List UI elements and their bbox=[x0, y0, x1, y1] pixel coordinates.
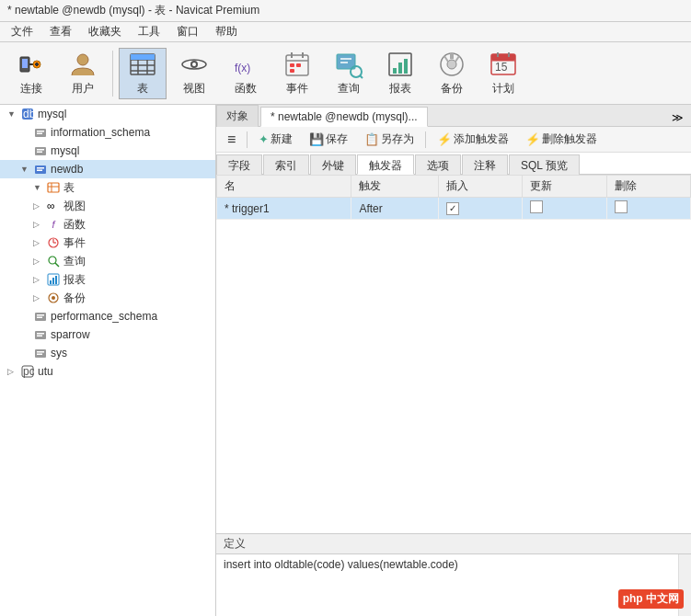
label-mysql-db: mysql bbox=[51, 144, 79, 157]
svg-rect-33 bbox=[393, 68, 397, 74]
db-icon-utu: pc bbox=[20, 364, 35, 379]
tree-item-table-group[interactable]: ▼ 表 bbox=[0, 178, 215, 197]
tree-item-report-group[interactable]: ▷ 报表 bbox=[0, 270, 215, 289]
svg-rect-5 bbox=[35, 63, 39, 65]
watermark: php 中文网 bbox=[618, 589, 684, 609]
table-icon bbox=[128, 50, 157, 79]
label-utu: utu bbox=[38, 365, 53, 378]
schema-icon-info bbox=[33, 125, 48, 140]
arrow-func: ▷ bbox=[33, 220, 46, 229]
svg-text:f(x): f(x) bbox=[235, 62, 250, 74]
tab-newtable[interactable]: * newtable @newdb (mysql)... bbox=[260, 107, 428, 127]
menu-favorites[interactable]: 收藏夹 bbox=[81, 22, 129, 41]
menu-file[interactable]: 文件 bbox=[4, 22, 40, 41]
col-update: 更新 bbox=[523, 176, 606, 198]
view-group-icon: ∞ bbox=[46, 199, 61, 213]
svg-rect-40 bbox=[491, 54, 515, 61]
tree-item-sys[interactable]: sys bbox=[0, 344, 215, 362]
tree-item-info-schema[interactable]: information_schema bbox=[0, 123, 215, 142]
title-bar: * newtable @newdb (mysql) - 表 - Navicat … bbox=[0, 0, 691, 22]
cell-insert: ✓ bbox=[438, 198, 522, 220]
toolbar-user[interactable]: 用户 bbox=[59, 48, 107, 99]
view-icon bbox=[179, 50, 209, 79]
func-icon: f(x) bbox=[231, 50, 260, 79]
sub-tab-fields[interactable]: 字段 bbox=[216, 154, 262, 175]
svg-rect-51 bbox=[37, 149, 44, 151]
report-icon bbox=[386, 50, 415, 79]
svg-rect-78 bbox=[37, 351, 44, 353]
watermark-text: php 中文网 bbox=[623, 592, 679, 605]
checkbox-update[interactable] bbox=[530, 200, 543, 213]
svg-text:db: db bbox=[23, 108, 34, 120]
sub-tab-sql-preview[interactable]: SQL 预览 bbox=[509, 154, 580, 175]
menu-btn[interactable]: ≡ bbox=[222, 130, 241, 150]
toolbar-connect[interactable]: 连接 bbox=[7, 48, 55, 99]
toolbar-func[interactable]: f(x) 函数 bbox=[222, 48, 270, 99]
backup-group-icon bbox=[46, 291, 61, 305]
toolbar-schedule[interactable]: 15 计划 bbox=[479, 48, 527, 99]
toolbar: 连接 用户 表 bbox=[0, 42, 691, 105]
tree-item-func-group[interactable]: ▷ f 函数 bbox=[0, 215, 215, 234]
del-trigger-icon: ⚡ bbox=[525, 132, 540, 146]
menu-help[interactable]: 帮助 bbox=[208, 22, 245, 41]
checkbox-delete[interactable] bbox=[615, 200, 628, 213]
func-group-icon: f bbox=[46, 217, 61, 232]
schema-icon-sys bbox=[33, 346, 48, 360]
label-newdb: newdb bbox=[51, 163, 83, 176]
toolbar-backup[interactable]: 备份 bbox=[428, 48, 476, 99]
saveas-btn[interactable]: 📋 另存为 bbox=[359, 130, 420, 149]
menu-window[interactable]: 窗口 bbox=[169, 22, 206, 41]
tree-item-sparrow[interactable]: sparrow bbox=[0, 325, 215, 344]
del-trigger-btn[interactable]: ⚡ 删除触发器 bbox=[520, 130, 603, 149]
panel-extra-btn[interactable]: ≫ bbox=[668, 109, 687, 126]
tree-item-event-group[interactable]: ▷ 事件 bbox=[0, 234, 215, 252]
toolbar-view[interactable]: 视图 bbox=[170, 48, 218, 99]
tree-item-mysql-db[interactable]: mysql bbox=[0, 142, 215, 160]
menu-bar: 文件 查看 收藏夹 工具 窗口 帮助 bbox=[0, 22, 691, 42]
saveas-label: 另存为 bbox=[381, 131, 414, 147]
menu-icon: ≡ bbox=[227, 131, 236, 148]
tree-item-backup-group[interactable]: ▷ 备份 bbox=[0, 289, 215, 307]
arrow-mysql-root: ▼ bbox=[7, 109, 20, 119]
new-btn[interactable]: ✦ 新建 bbox=[253, 130, 298, 149]
sub-tab-fields-label: 字段 bbox=[228, 159, 250, 172]
sub-tab-options[interactable]: 选项 bbox=[415, 154, 461, 175]
query-icon bbox=[334, 50, 363, 79]
svg-rect-14 bbox=[138, 54, 147, 60]
col-name: 名 bbox=[217, 176, 351, 198]
sub-tab-index[interactable]: 索引 bbox=[263, 154, 309, 175]
label-report: 报表 bbox=[63, 272, 86, 288]
tree-item-perf-schema[interactable]: performance_schema bbox=[0, 307, 215, 325]
arrow-backup: ▷ bbox=[33, 293, 46, 302]
sub-tab-comment[interactable]: 注释 bbox=[462, 154, 508, 175]
query-group-icon bbox=[46, 254, 61, 268]
save-btn[interactable]: 💾 保存 bbox=[304, 130, 353, 149]
menu-view[interactable]: 查看 bbox=[42, 22, 79, 41]
label-sys: sys bbox=[51, 347, 67, 359]
toolbar-table[interactable]: 表 bbox=[119, 48, 167, 99]
sub-tab-sql-label: SQL 预览 bbox=[521, 159, 568, 172]
tree-item-utu[interactable]: ▷ pc utu bbox=[0, 362, 215, 381]
table-group-icon bbox=[46, 180, 61, 195]
svg-rect-79 bbox=[37, 354, 42, 356]
menu-tools[interactable]: 工具 bbox=[131, 22, 167, 41]
tree-item-mysql-root[interactable]: ▼ db mysql bbox=[0, 105, 215, 123]
tab-object[interactable]: 对象 bbox=[216, 105, 259, 127]
add-trigger-btn[interactable]: ⚡ 添加触发器 bbox=[432, 130, 514, 149]
table-row[interactable]: * trigger1 After ✓ bbox=[217, 198, 691, 220]
toolbar-event[interactable]: 事件 bbox=[273, 48, 321, 99]
sub-tab-index-label: 索引 bbox=[275, 159, 297, 172]
checkbox-insert[interactable]: ✓ bbox=[446, 202, 459, 215]
tree-item-newdb[interactable]: ▼ newdb bbox=[0, 160, 215, 178]
sub-tab-foreign[interactable]: 外键 bbox=[310, 154, 356, 175]
tree-item-view-group[interactable]: ▷ ∞ 视图 bbox=[0, 197, 215, 215]
toolbar-query[interactable]: 查询 bbox=[325, 48, 373, 99]
backup-icon bbox=[437, 50, 466, 79]
svg-text:∞: ∞ bbox=[47, 200, 55, 212]
label-info-schema: information_schema bbox=[51, 126, 150, 139]
arrow-utu: ▷ bbox=[7, 367, 20, 376]
view-label: 视图 bbox=[183, 81, 205, 97]
tree-item-query-group[interactable]: ▷ 查询 bbox=[0, 252, 215, 270]
sub-tab-triggers[interactable]: 触发器 bbox=[357, 154, 414, 175]
toolbar-report[interactable]: 报表 bbox=[376, 48, 424, 99]
